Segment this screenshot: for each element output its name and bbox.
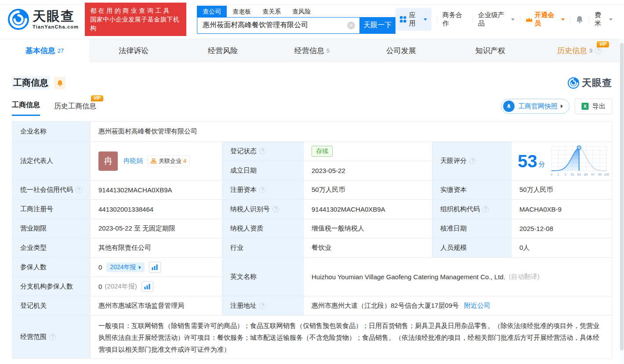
official-snapshot-button[interactable]: 工商官网快照 [501, 99, 570, 114]
export-label: 导出 [592, 102, 606, 111]
search-input[interactable] [197, 17, 359, 34]
export-button[interactable]: X 导出 [575, 98, 612, 114]
tab-operation-risk[interactable]: 经营风险 [178, 39, 268, 62]
english-name-text: Huizhou Youmian Village Gaofeng Catering… [312, 273, 505, 281]
legal-rep-name-link[interactable]: 冉晓娟 [123, 157, 143, 165]
english-name-label: 英文名称 [222, 258, 304, 296]
insured-count-label: 参保人数 [12, 258, 91, 277]
tab-intellectual-property[interactable]: 知识产权 [446, 39, 535, 62]
help-icon[interactable]: ? [259, 148, 266, 155]
svg-text:97: 97 [591, 172, 594, 176]
search-tab-risk[interactable]: 查风险 [287, 6, 316, 17]
page-scrollbar[interactable] [620, 39, 624, 364]
help-icon[interactable]: ? [483, 206, 489, 213]
brand-text: 天眼查 TianYanCha.com [33, 10, 79, 29]
paid-capital-value: 50万人民币 [512, 180, 612, 200]
reg-capital-label: 注册资本 ? [222, 180, 304, 200]
enterprise-products-menu[interactable]: 企业级产品 [478, 11, 515, 28]
tianyancha-watermark-icon [568, 77, 579, 89]
monitor-bell-button[interactable] [54, 77, 65, 89]
notification-bell-icon[interactable] [576, 15, 584, 24]
help-icon[interactable]: ? [76, 187, 82, 193]
bar-chart-icon [152, 264, 158, 270]
bell-icon [57, 79, 63, 86]
apps-menu[interactable]: 应用 [395, 8, 432, 31]
paid-capital-label: 实缴资本 [432, 180, 512, 200]
insured-trend-chart-button[interactable] [149, 262, 161, 273]
svg-text:0: 0 [550, 172, 552, 176]
label-text: 注册地址 [230, 302, 257, 310]
search-tab-boss[interactable]: 查老板 [227, 6, 257, 17]
label-text: 纳税人识别号 [230, 205, 270, 213]
taxpayer-id-label: 纳税人识别号 ? [222, 200, 304, 219]
score-unit: 分 [539, 160, 545, 169]
related-companies-badge[interactable]: 关联企业 4 [147, 155, 190, 167]
search-submit-button[interactable]: 天眼一下 [359, 17, 395, 34]
auto-translate-note: (自动翻译) [509, 273, 540, 281]
section-title: 工商信息 [12, 76, 50, 90]
subtab-label: 历史工商信息 [54, 102, 96, 110]
subtab-history-business-info[interactable]: VIP 历史工商信息 [54, 102, 96, 116]
reg-address-text: 惠州市惠州大道（江北段）82号信合大厦17层09号 [312, 302, 459, 310]
business-coop-link[interactable]: 商务合作 [443, 11, 467, 28]
site-logo[interactable]: 天眼查 TianYanCha.com [8, 9, 79, 30]
vip-upgrade-menu[interactable]: 开通会员 [526, 11, 565, 28]
search-tab-company[interactable]: 查公司 [197, 6, 227, 17]
taxpayer-quality-value: 增值税一般纳税人 [304, 219, 432, 238]
nearby-companies-link[interactable]: 附近公司 [464, 302, 490, 310]
reg-status-value: 存续 [304, 142, 432, 161]
bar-chart-icon [144, 284, 150, 289]
help-icon[interactable]: ? [272, 206, 279, 213]
reg-address-value: 惠州市惠州大道（江北段）82号信合大厦17层09号 附近公司 [304, 296, 612, 316]
label-text: 组织机构代码 [440, 205, 480, 213]
brand-name: 天眼查 [33, 10, 79, 23]
tab-legal-proceedings[interactable]: 法律诉讼 [89, 39, 178, 62]
business-scope-value: 一般项目：互联网销售（除销售需要许可的商品）；食品互联网销售（仅销售预包装食品）… [91, 316, 612, 359]
svg-text:85: 85 [584, 172, 588, 176]
promo-line-2: 国家中小企业发展子基金旗下机构 [90, 15, 181, 32]
annual-report-pill[interactable]: 2024年报 [106, 263, 144, 272]
stamp-icon [503, 101, 515, 112]
menu-divider [589, 16, 589, 23]
tab-label: 经营风险 [208, 46, 238, 56]
search-block: 查公司 查老板 查关系 查风险 × 天眼一下 [197, 5, 395, 34]
help-icon[interactable]: ? [259, 187, 266, 193]
score-value: 53 分 0 [512, 142, 612, 180]
org-code-label: 组织机构代码 ? [432, 200, 512, 219]
arrow-right-icon [139, 266, 141, 269]
clear-search-icon[interactable]: × [347, 22, 355, 29]
help-icon[interactable]: ? [469, 158, 476, 164]
approval-date-value: 2025-12-08 [512, 219, 612, 238]
legal-rep-avatar[interactable]: 冉 [98, 151, 118, 171]
menu-divider [570, 16, 570, 23]
tianyancha-logo-icon [8, 9, 29, 30]
branch-insured-number: 0 [98, 283, 102, 290]
help-icon[interactable]: ? [49, 334, 56, 340]
org-code-value: MACHA0XB-9 [512, 200, 612, 219]
tab-basic-info[interactable]: 基本信息 27 [0, 39, 89, 62]
staff-size-label: 人员规模 [432, 238, 512, 258]
apps-grid-icon [400, 16, 406, 23]
tab-history-info[interactable]: VIP 历史信息 9 ? [535, 39, 624, 62]
apps-label: 应用 [409, 11, 421, 28]
watermark-logo: 天眼查 [568, 76, 612, 90]
search-tab-relation[interactable]: 查关系 [257, 6, 287, 17]
label-text: 注册资本 [230, 186, 257, 194]
tab-operation-info[interactable]: 经营信息 5 [268, 39, 357, 62]
svg-text:1: 1 [557, 172, 559, 176]
credit-code-label: 统一社会信用代码 ? [12, 180, 91, 200]
scrollbar-thumb[interactable] [620, 43, 624, 350]
reg-authority-value: 惠州市惠城区市场监督管理局 [91, 296, 222, 316]
tab-label: 基本信息 [25, 46, 55, 56]
reg-status-label: 登记状态 ? [222, 142, 304, 161]
subtab-business-info[interactable]: 工商信息 [12, 101, 40, 116]
taxpayer-quality-label: 纳税人资质 [222, 219, 304, 238]
svg-text:X: X [584, 104, 587, 109]
watermark-text: 天眼查 [582, 76, 612, 90]
branch-trend-chart-button[interactable] [141, 281, 153, 292]
tab-company-development[interactable]: 公司发展 [356, 39, 446, 62]
header-menu: 应用 商务合作 企业级产品 开通会员 费米 [395, 8, 613, 31]
user-menu[interactable]: 费米 [595, 11, 613, 28]
help-icon[interactable]: ? [259, 303, 266, 309]
help-icon[interactable]: ? [595, 47, 602, 54]
